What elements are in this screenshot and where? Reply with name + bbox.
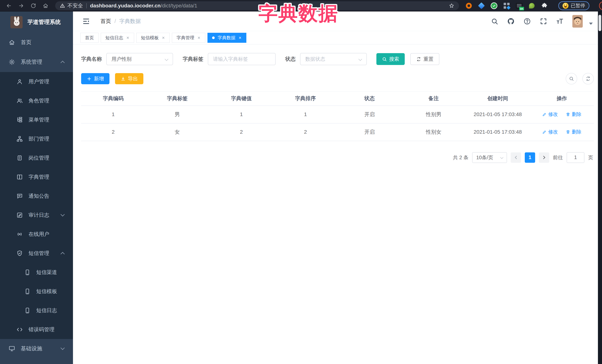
profile-paused-pill[interactable]: 已暂停 [558, 1, 589, 10]
vertical-scrollbar[interactable] [598, 11, 602, 364]
col-remark: 备注 [402, 92, 466, 106]
menu-tree-icon [16, 116, 23, 123]
table-search-toggle-button[interactable] [566, 73, 577, 84]
dict-tag-label: 字典标签 [183, 56, 203, 62]
sidebar-item-label: 短信渠道 [36, 269, 57, 276]
close-icon[interactable] [126, 36, 129, 40]
extension-green-check-icon[interactable] [491, 2, 497, 9]
table-refresh-button[interactable] [582, 73, 594, 84]
sidebar-collapse-icon[interactable] [82, 17, 90, 25]
insecure-warning-icon [60, 3, 65, 9]
dict-tag-input[interactable]: 请输入字典标签 [208, 53, 276, 65]
reset-button[interactable]: 重置 [410, 53, 439, 65]
chevron-up-icon [61, 61, 65, 65]
extension-blue-gem-icon[interactable] [478, 2, 485, 9]
sidebar-item-home[interactable]: 首页 [0, 33, 73, 52]
total-count: 共 2 条 [453, 154, 468, 161]
chevron-right-icon [542, 156, 545, 159]
chevron-left-icon [515, 156, 518, 159]
dict-name-select[interactable]: 用户性别 [106, 53, 173, 65]
sidebar-item-audit-log[interactable]: 审计日志 [0, 206, 73, 225]
close-icon[interactable] [238, 36, 242, 40]
sidebar-item-sms-channel[interactable]: 短信渠道 [0, 263, 73, 282]
pencil-icon [542, 130, 547, 134]
app-logo-row[interactable]: 芋道管理系统 [0, 11, 73, 33]
sidebar-item-dict-mgmt[interactable]: 字典管理 [0, 167, 73, 187]
search-button[interactable]: 搜索 [376, 53, 405, 65]
chevron-down-icon[interactable] [589, 23, 593, 25]
sidebar-item-system-mgmt[interactable]: 系统管理 [0, 52, 73, 72]
search-icon[interactable] [491, 18, 498, 25]
sidebar-item-sms-mgmt[interactable]: 短信管理 [0, 244, 73, 263]
tab-dict-data[interactable]: 字典数据 [207, 33, 246, 43]
sidebar-item-online-users[interactable]: 在线用户 [0, 225, 73, 244]
monitor-icon [9, 345, 15, 352]
add-button[interactable]: 新增 [81, 73, 109, 84]
breadcrumb-separator: / [115, 18, 116, 24]
fullscreen-icon[interactable] [540, 18, 547, 25]
pagination: 共 2 条 10条/页 1 前往 1 页 [81, 152, 594, 163]
col-dict-label: 字典标签 [145, 92, 209, 106]
export-button[interactable]: 导出 [115, 73, 143, 84]
close-icon[interactable] [162, 36, 165, 40]
sidebar-item-error-code[interactable]: 错误码管理 [0, 320, 73, 339]
sidebar-item-sms-log[interactable]: 短信日志 [0, 301, 73, 320]
scrollbar-thumb[interactable] [599, 15, 601, 31]
edit-link[interactable]: 修改 [542, 111, 558, 118]
font-size-icon[interactable] [556, 18, 563, 25]
org-icon [16, 135, 23, 142]
extension-on-badge-icon[interactable]: on [516, 2, 523, 9]
trash-icon [566, 130, 570, 134]
delete-link[interactable]: 删除 [566, 111, 581, 118]
sidebar-item-infrastructure[interactable]: 基础设施 [0, 339, 73, 358]
sidebar-item-menu-mgmt[interactable]: 菜单管理 [0, 110, 73, 129]
tab-sms-template[interactable]: 短信模板 [136, 33, 170, 43]
status-value: 开启 [337, 123, 402, 141]
page-number-current[interactable]: 1 [525, 152, 535, 163]
tab-sms-log[interactable]: 短信日志 [101, 33, 134, 43]
browser-update-button[interactable]: 更新 [599, 1, 602, 10]
sidebar-item-sms-template[interactable]: 短信模板 [0, 282, 73, 301]
tab-home[interactable]: 首页 [80, 33, 98, 43]
close-icon[interactable] [197, 36, 201, 40]
sidebar-item-label: 部门管理 [29, 135, 49, 142]
sidebar-item-label: 岗位管理 [29, 154, 49, 161]
user-avatar[interactable] [572, 15, 583, 28]
sidebar-item-dept-mgmt[interactable]: 部门管理 [0, 129, 73, 148]
browser-home-button[interactable] [42, 2, 50, 10]
extension-grid-icon[interactable] [503, 2, 510, 9]
security-label[interactable]: 不安全 [67, 2, 83, 9]
edit-link[interactable]: 修改 [542, 129, 558, 135]
table-row[interactable]: 2 女 2 2 开启 性别女 2021-01-05 17:03:48 修改 删除 [81, 123, 594, 141]
breadcrumb-home[interactable]: 首页 [100, 18, 111, 25]
prev-page-button[interactable] [511, 152, 521, 163]
screenshot-root: 不安全 dashboard.yudao.iocoder.cn /dict/typ… [0, 0, 602, 364]
sidebar-item-role-mgmt[interactable]: 角色管理 [0, 91, 73, 110]
next-page-button[interactable] [539, 152, 549, 163]
sidebar-item-post-mgmt[interactable]: 岗位管理 [0, 148, 73, 167]
plus-icon [87, 76, 92, 81]
extensions-puzzle-icon[interactable] [541, 2, 548, 9]
bookmark-star-icon[interactable] [449, 3, 455, 9]
tab-dict-mgmt[interactable]: 字典管理 [172, 33, 205, 43]
user-icon [16, 78, 23, 85]
browser-reload-button[interactable] [29, 2, 37, 10]
col-created: 创建时间 [466, 92, 530, 106]
browser-forward-button[interactable] [17, 2, 25, 10]
table-row[interactable]: 1 男 1 1 开启 性别男 2021-01-05 17:03:48 修改 删除 [81, 106, 594, 123]
browser-back-button[interactable] [5, 2, 13, 10]
sidebar-item-notice[interactable]: 通知公告 [0, 187, 73, 206]
help-icon[interactable] [524, 18, 531, 25]
github-icon[interactable] [507, 18, 515, 25]
address-bar[interactable]: 不安全 dashboard.yudao.iocoder.cn /dict/typ… [55, 1, 459, 10]
extension-sprout-icon[interactable] [528, 2, 535, 9]
goto-page-input[interactable]: 1 [567, 152, 584, 163]
sidebar-item-user-mgmt[interactable]: 用户管理 [0, 72, 73, 91]
active-tab-dot [212, 36, 215, 39]
status-select[interactable]: 数据状态 [300, 53, 367, 65]
delete-link[interactable]: 删除 [566, 129, 581, 135]
page-size-select[interactable]: 10条/页 [472, 152, 507, 163]
status-value: 开启 [337, 106, 402, 123]
sidebar-item-label: 字典管理 [29, 174, 49, 180]
extension-orange-ring-icon[interactable] [465, 2, 472, 9]
